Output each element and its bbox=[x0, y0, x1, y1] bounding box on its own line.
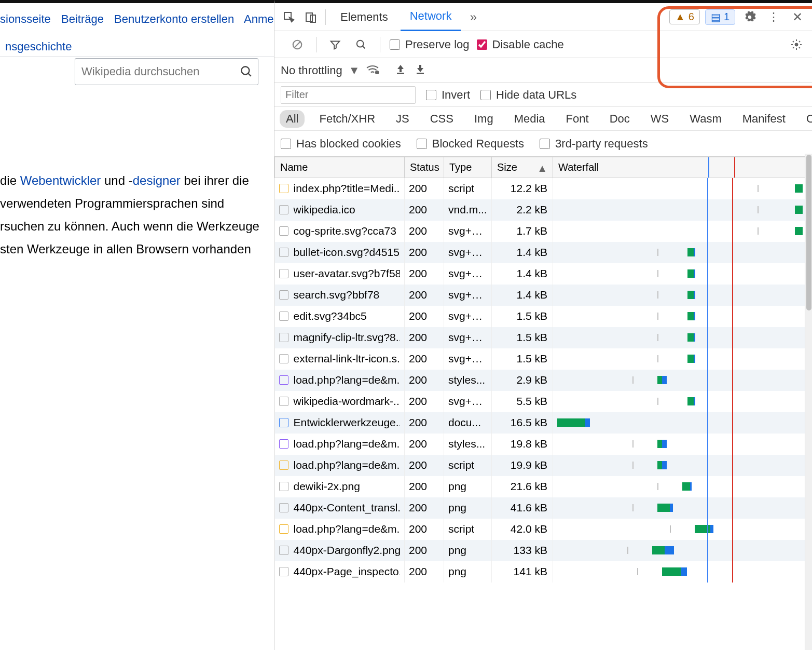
scrollbar-thumb[interactable] bbox=[806, 155, 811, 310]
filter-wasm[interactable]: Wasm bbox=[683, 110, 728, 128]
filter-ws[interactable]: WS bbox=[644, 110, 675, 128]
table-row[interactable]: load.php?lang=de&m...200script19.9 kB bbox=[275, 455, 812, 476]
close-icon[interactable]: ✕ bbox=[788, 8, 807, 26]
link-webentwickler[interactable]: Webentwickler bbox=[20, 173, 101, 187]
tab-history[interactable]: nsgeschichte bbox=[0, 37, 77, 57]
link-contributions[interactable]: Beiträge bbox=[61, 12, 104, 25]
table-row[interactable]: index.php?title=Medi...200script12.2 kB bbox=[275, 178, 812, 199]
scrollbar[interactable] bbox=[805, 154, 812, 650]
table-row[interactable]: cog-sprite.svg?cca73200svg+xml1.7 kB bbox=[275, 221, 812, 242]
invert-checkbox[interactable]: Invert bbox=[426, 88, 470, 102]
warnings-badge[interactable]: ▲6 bbox=[669, 9, 700, 24]
network-table[interactable]: Name Status Type Size▲ Waterfall index.p… bbox=[274, 157, 812, 650]
third-party-checkbox[interactable]: 3rd-party requests bbox=[540, 137, 648, 151]
link-designer[interactable]: designer bbox=[133, 173, 181, 187]
file-type-icon bbox=[279, 418, 288, 427]
table-row[interactable]: user-avatar.svg?b7f58200svg+xml1.4 kB bbox=[275, 263, 812, 285]
link-discussion[interactable]: sionsseite bbox=[0, 12, 51, 25]
table-row[interactable]: wikipedia-wordmark-...200svg+xml5.5 kB bbox=[275, 391, 812, 412]
settings-gear-icon[interactable] bbox=[740, 8, 759, 26]
size-cell: 1.5 kB bbox=[492, 327, 553, 348]
tab-network[interactable]: Network bbox=[401, 3, 461, 31]
link-create-account[interactable]: Benutzerkonto erstellen bbox=[114, 12, 234, 25]
size-cell: 1.4 kB bbox=[492, 285, 553, 306]
table-row[interactable]: 440px-Dargonfly2.png200png133 kB bbox=[275, 540, 812, 561]
request-name: cog-sprite.svg?cca73 bbox=[294, 225, 396, 237]
table-row[interactable]: external-link-ltr-icon.s...200svg+xml1.5… bbox=[275, 348, 812, 370]
file-type-icon bbox=[279, 290, 288, 300]
filter-all[interactable]: All bbox=[280, 110, 305, 128]
svg-point-7 bbox=[357, 40, 364, 47]
table-row[interactable]: 440px-Page_inspecto...200png141 kB bbox=[275, 561, 812, 583]
col-status-header[interactable]: Status bbox=[405, 157, 444, 178]
status-cell: 200 bbox=[405, 434, 444, 455]
filter-doc[interactable]: Doc bbox=[603, 110, 636, 128]
col-size-header[interactable]: Size▲ bbox=[492, 157, 553, 178]
kebab-menu-icon[interactable]: ⋮ bbox=[764, 8, 783, 26]
preserve-log-checkbox[interactable]: Preserve log bbox=[390, 38, 470, 51]
svg-rect-3 bbox=[306, 13, 312, 21]
col-waterfall-header[interactable]: Waterfall bbox=[553, 157, 812, 178]
search-input[interactable] bbox=[75, 65, 235, 78]
hide-data-urls-checkbox[interactable]: Hide data URLs bbox=[480, 88, 576, 102]
filter-media[interactable]: Media bbox=[508, 110, 552, 128]
table-row[interactable]: wikipedia.ico200vnd.m...2.2 kB bbox=[275, 199, 812, 221]
status-cell: 200 bbox=[405, 497, 444, 519]
file-type-icon bbox=[279, 567, 288, 576]
filter-css[interactable]: CSS bbox=[424, 110, 460, 128]
device-toolbar-icon[interactable] bbox=[301, 8, 320, 26]
clear-button[interactable] bbox=[288, 35, 307, 54]
filter-other[interactable]: Oth bbox=[800, 110, 812, 128]
waterfall-cell bbox=[557, 455, 807, 476]
table-row[interactable]: 440px-Content_transl...200png41.6 kB bbox=[275, 497, 812, 519]
svg-line-1 bbox=[248, 73, 251, 76]
table-row[interactable]: load.php?lang=de&m...200styles...19.8 kB bbox=[275, 434, 812, 455]
status-cell: 200 bbox=[405, 561, 444, 583]
wiki-search-box[interactable] bbox=[75, 58, 258, 85]
filter-img[interactable]: Img bbox=[468, 110, 500, 128]
table-row[interactable]: bullet-icon.svg?d4515200svg+xml1.4 kB bbox=[275, 242, 812, 263]
filter-js[interactable]: JS bbox=[390, 110, 416, 128]
status-cell: 200 bbox=[405, 391, 444, 412]
size-cell: 1.4 kB bbox=[492, 242, 553, 263]
filter-fetch-xhr[interactable]: Fetch/XHR bbox=[313, 110, 381, 128]
search-network-icon[interactable] bbox=[352, 35, 370, 54]
network-conditions-icon[interactable] bbox=[366, 64, 379, 77]
network-settings-icon[interactable] bbox=[787, 35, 806, 54]
waterfall-cell bbox=[557, 497, 807, 519]
filter-manifest[interactable]: Manifest bbox=[736, 110, 792, 128]
table-row[interactable]: search.svg?bbf78200svg+xml1.4 kB bbox=[275, 285, 812, 306]
file-type-icon bbox=[279, 375, 288, 385]
waterfall-cell bbox=[557, 391, 807, 412]
col-type-header[interactable]: Type bbox=[444, 157, 492, 178]
table-row[interactable]: load.php?lang=de&m...200script42.0 kB bbox=[275, 519, 812, 540]
throttling-select[interactable]: No throttling bbox=[281, 64, 342, 77]
request-name: wikipedia-wordmark-... bbox=[294, 395, 401, 408]
request-name: edit.svg?34bc5 bbox=[294, 310, 367, 322]
inspect-element-icon[interactable] bbox=[280, 8, 298, 26]
size-cell: 133 kB bbox=[492, 540, 553, 561]
table-row[interactable]: edit.svg?34bc5200svg+xml1.5 kB bbox=[275, 306, 812, 327]
filter-icon[interactable] bbox=[326, 35, 345, 54]
download-har-icon[interactable] bbox=[416, 64, 425, 77]
tab-elements[interactable]: Elements bbox=[331, 3, 397, 31]
col-name-header[interactable]: Name bbox=[275, 157, 405, 178]
disable-cache-checkbox[interactable]: Disable cache bbox=[477, 38, 564, 51]
filter-font[interactable]: Font bbox=[560, 110, 595, 128]
blocked-cookies-checkbox[interactable]: Has blocked cookies bbox=[281, 137, 401, 151]
upload-har-icon[interactable] bbox=[396, 64, 405, 77]
table-row[interactable]: Entwicklerwerkzeuge...200docu...16.5 kB bbox=[275, 412, 812, 434]
table-row[interactable]: dewiki-2x.png200png21.6 kB bbox=[275, 476, 812, 497]
table-row[interactable]: magnify-clip-ltr.svg?8...200svg+xml1.5 k… bbox=[275, 327, 812, 348]
table-row[interactable]: load.php?lang=de&m...200styles...2.9 kB bbox=[275, 370, 812, 391]
blocked-requests-checkbox[interactable]: Blocked Requests bbox=[417, 137, 524, 151]
more-tabs-icon[interactable]: » bbox=[464, 10, 483, 24]
search-icon[interactable] bbox=[235, 65, 258, 78]
type-cell: script bbox=[444, 455, 492, 476]
dropdown-caret-icon[interactable]: ▼ bbox=[349, 64, 360, 77]
file-type-icon bbox=[279, 226, 288, 236]
messages-badge[interactable]: ▤1 bbox=[705, 9, 735, 25]
svg-line-6 bbox=[294, 41, 301, 48]
link-login[interactable]: Anmelden bbox=[244, 12, 274, 25]
filter-input[interactable] bbox=[281, 86, 416, 104]
